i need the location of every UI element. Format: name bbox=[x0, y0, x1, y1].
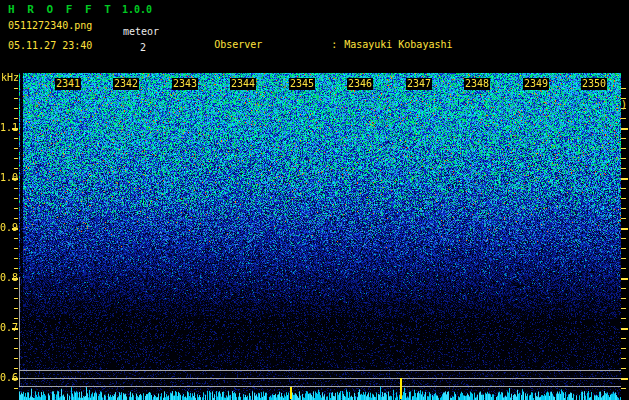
info-label: Observer bbox=[214, 39, 331, 51]
axis-tick bbox=[14, 288, 18, 289]
mode-label: meteor bbox=[123, 26, 159, 37]
axis-tick bbox=[621, 298, 626, 299]
axis-tick bbox=[621, 108, 626, 109]
axis-tick bbox=[14, 388, 18, 389]
axis-tick bbox=[621, 148, 626, 149]
axis-tick bbox=[621, 168, 626, 169]
axis-tick bbox=[621, 388, 626, 389]
axis-tick bbox=[621, 198, 626, 199]
axis-tick bbox=[621, 178, 628, 180]
time-tick-label-2342: 2342 bbox=[113, 78, 139, 90]
time-tick-label-2344: 2344 bbox=[230, 78, 256, 90]
time-tick-label-2343: 2343 bbox=[172, 78, 198, 90]
axis-tick bbox=[14, 238, 18, 239]
axis-tick bbox=[14, 218, 18, 219]
axis-tick bbox=[14, 248, 18, 249]
axis-tick bbox=[621, 218, 626, 219]
axis-tick bbox=[621, 118, 626, 119]
axis-tick bbox=[621, 238, 626, 239]
axis-tick bbox=[14, 188, 18, 189]
axis-tick bbox=[14, 358, 18, 359]
axis-tick bbox=[12, 128, 18, 130]
axis-tick bbox=[14, 158, 18, 159]
axis-tick bbox=[621, 188, 626, 189]
axis-tick bbox=[14, 298, 18, 299]
hrofft-window: H R O F F T 1.0.0 0511272340.png meteor … bbox=[0, 0, 629, 400]
axis-tick bbox=[14, 348, 18, 349]
axis-tick bbox=[621, 338, 626, 339]
time-tick-label-2349: 2349 bbox=[523, 78, 549, 90]
info-row-observer: Observer:Masayuki Kobayashi bbox=[178, 27, 627, 63]
axis-tick bbox=[621, 208, 626, 209]
axis-tick bbox=[14, 308, 18, 309]
axis-tick bbox=[621, 358, 626, 359]
datetime: 05.11.27 23:40 bbox=[8, 40, 92, 51]
meteor-count: 2 bbox=[140, 42, 146, 53]
time-tick-label-2341: 2341 bbox=[55, 78, 81, 90]
axis-tick bbox=[621, 138, 626, 139]
axis-tick bbox=[12, 228, 18, 230]
axis-tick bbox=[621, 88, 626, 89]
axis-tick bbox=[621, 278, 628, 280]
axis-tick bbox=[621, 248, 626, 249]
axis-tick bbox=[14, 88, 18, 89]
axis-tick bbox=[14, 168, 18, 169]
axis-tick bbox=[621, 158, 626, 159]
time-tick-label-2350: 2350 bbox=[581, 78, 607, 90]
time-tick-label-2347: 2347 bbox=[406, 78, 432, 90]
axis-tick bbox=[621, 128, 628, 130]
time-tick-label-2345: 2345 bbox=[289, 78, 315, 90]
axis-tick bbox=[14, 98, 18, 99]
axis-tick bbox=[14, 208, 18, 209]
axis-tick bbox=[12, 328, 18, 330]
filename: 0511272340.png bbox=[8, 20, 92, 31]
axis-tick bbox=[621, 368, 626, 369]
axis-tick bbox=[621, 378, 628, 380]
axis-tick bbox=[14, 148, 18, 149]
axis-tick bbox=[621, 318, 626, 319]
spectrogram-canvas bbox=[19, 73, 621, 400]
app-title: H R O F F T bbox=[8, 3, 114, 16]
axis-tick bbox=[12, 278, 18, 280]
axis-tick bbox=[621, 98, 626, 99]
time-tick-label-2348: 2348 bbox=[464, 78, 490, 90]
axis-tick bbox=[14, 138, 18, 139]
axis-tick bbox=[621, 268, 626, 269]
axis-tick bbox=[621, 288, 626, 289]
axis-tick bbox=[12, 378, 18, 380]
axis-tick bbox=[14, 368, 18, 369]
time-tick-label-2346: 2346 bbox=[347, 78, 373, 90]
axis-tick bbox=[14, 118, 18, 119]
axis-tick bbox=[14, 268, 18, 269]
y-axis-unit-label: kHz bbox=[1, 72, 19, 83]
axis-tick bbox=[621, 228, 628, 230]
axis-tick bbox=[12, 178, 18, 180]
axis-tick bbox=[14, 108, 18, 109]
axis-tick bbox=[14, 258, 18, 259]
info-colon: : bbox=[331, 39, 337, 51]
axis-tick bbox=[14, 318, 18, 319]
axis-tick bbox=[621, 328, 628, 330]
app-version: 1.0.0 bbox=[122, 4, 152, 15]
info-value: Masayuki Kobayashi bbox=[344, 39, 452, 51]
axis-tick bbox=[14, 338, 18, 339]
axis-tick bbox=[621, 348, 626, 349]
axis-tick bbox=[621, 258, 626, 259]
axis-tick bbox=[621, 308, 626, 309]
axis-tick bbox=[14, 198, 18, 199]
